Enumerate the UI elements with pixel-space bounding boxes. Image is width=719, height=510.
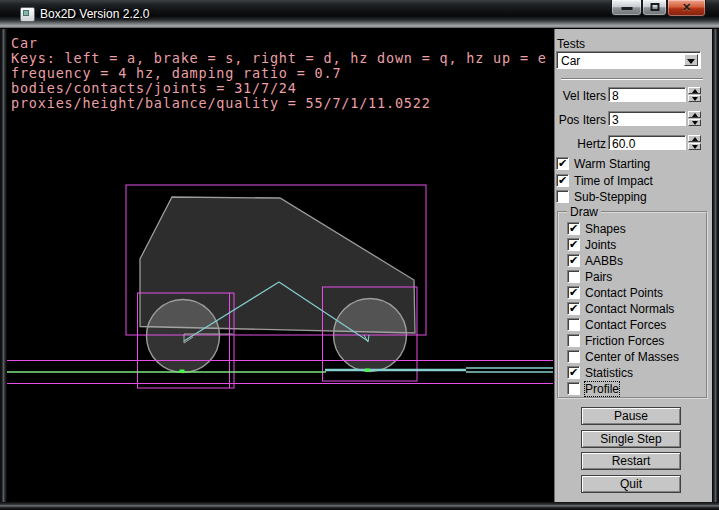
window-border-right bbox=[712, 29, 719, 502]
contact-points-label[interactable]: Contact Points bbox=[585, 286, 663, 300]
contact-forces-checkbox[interactable] bbox=[567, 318, 580, 331]
time-of-impact-checkbox[interactable]: ✔ bbox=[556, 174, 569, 187]
app-icon-glyph bbox=[23, 10, 29, 16]
sub-stepping-label[interactable]: Sub-Stepping bbox=[574, 190, 647, 204]
window-title: Box2D Version 2.2.0 bbox=[40, 7, 149, 21]
arrow-down-icon bbox=[692, 145, 698, 149]
vel-iters-up-button[interactable] bbox=[688, 87, 701, 94]
shapes-checkbox[interactable]: ✔ bbox=[567, 222, 580, 235]
time-of-impact-label[interactable]: Time of Impact bbox=[574, 174, 653, 188]
tests-dropdown-button[interactable] bbox=[684, 54, 698, 66]
minimize-icon bbox=[621, 7, 632, 10]
pairs-checkbox[interactable] bbox=[567, 270, 580, 283]
vel-iters-down-button[interactable] bbox=[688, 95, 701, 102]
hertz-up-button[interactable] bbox=[688, 135, 701, 142]
single-step-button[interactable]: Single Step bbox=[581, 430, 681, 448]
svg-text:bodies/contacts/joints = 31/7/: bodies/contacts/joints = 31/7/24 bbox=[11, 80, 297, 96]
control-panel: Tests Car Vel Iters 8 Pos Iters 3 Hertz … bbox=[554, 29, 712, 502]
vel-iters-spinner bbox=[688, 87, 701, 102]
warm-starting-checkbox[interactable]: ✔ bbox=[556, 157, 569, 170]
warm-starting-label[interactable]: Warm Starting bbox=[574, 157, 650, 171]
contact-forces-label[interactable]: Contact Forces bbox=[585, 318, 666, 332]
contact-normals-label[interactable]: Contact Normals bbox=[585, 302, 674, 316]
arrow-up-icon bbox=[692, 89, 698, 93]
app-window: Box2D Version 2.2.0 ✕ CarKeys: left = a,… bbox=[0, 0, 719, 510]
arrow-up-icon bbox=[692, 137, 698, 141]
separator bbox=[561, 78, 703, 80]
maximize-icon bbox=[650, 3, 659, 11]
chevron-down-icon bbox=[687, 59, 695, 64]
contact-points-checkbox[interactable]: ✔ bbox=[567, 286, 580, 299]
title-bar[interactable]: Box2D Version 2.2.0 ✕ bbox=[0, 0, 719, 29]
pause-button[interactable]: Pause bbox=[581, 407, 681, 425]
app-icon[interactable] bbox=[20, 7, 35, 22]
statistics-label[interactable]: Statistics bbox=[585, 366, 633, 380]
center-of-masses-checkbox[interactable] bbox=[567, 350, 580, 363]
svg-text:Keys: left = a, brake = s, rig: Keys: left = a, brake = s, right = d, hz… bbox=[11, 50, 547, 66]
svg-text:frequency = 4 hz, damping rati: frequency = 4 hz, damping ratio = 0.7 bbox=[11, 65, 341, 81]
joints-label[interactable]: Joints bbox=[585, 238, 616, 252]
pos-iters-down-button[interactable] bbox=[688, 119, 701, 126]
quit-button[interactable]: Quit bbox=[581, 475, 681, 493]
joints-checkbox[interactable]: ✔ bbox=[567, 238, 580, 251]
shapes-label[interactable]: Shapes bbox=[585, 222, 626, 236]
vel-iters-label: Vel Iters bbox=[555, 89, 606, 103]
pos-iters-field[interactable]: 3 bbox=[608, 111, 686, 126]
hertz-down-button[interactable] bbox=[688, 143, 701, 150]
vel-iters-field[interactable]: 8 bbox=[608, 87, 686, 102]
pairs-label[interactable]: Pairs bbox=[585, 270, 612, 284]
pos-iters-label: Pos Iters bbox=[555, 113, 606, 127]
friction-forces-checkbox[interactable] bbox=[567, 334, 580, 347]
minimize-button[interactable] bbox=[611, 0, 642, 16]
tests-dropdown[interactable]: Car bbox=[556, 51, 701, 69]
restart-button[interactable]: Restart bbox=[581, 452, 681, 470]
window-border-bottom bbox=[0, 502, 719, 510]
tests-dropdown-value: Car bbox=[561, 54, 580, 68]
statistics-checkbox[interactable]: ✔ bbox=[567, 366, 580, 379]
arrow-up-icon bbox=[692, 113, 698, 117]
hertz-field[interactable]: 60.0 bbox=[608, 135, 686, 150]
svg-text:Car: Car bbox=[11, 35, 38, 51]
scene-svg: CarKeys: left = a, brake = s, right = d,… bbox=[7, 29, 554, 502]
pos-iters-up-button[interactable] bbox=[688, 111, 701, 118]
aabbs-checkbox[interactable]: ✔ bbox=[567, 254, 580, 267]
hertz-spinner bbox=[688, 135, 701, 150]
draw-group-label: Draw bbox=[567, 205, 601, 219]
pos-iters-spinner bbox=[688, 111, 701, 126]
contact-normals-checkbox[interactable]: ✔ bbox=[567, 302, 580, 315]
window-border-left bbox=[0, 29, 7, 502]
sub-stepping-checkbox[interactable] bbox=[556, 190, 569, 203]
friction-forces-label[interactable]: Friction Forces bbox=[585, 334, 664, 348]
arrow-down-icon bbox=[692, 97, 698, 101]
profile-checkbox[interactable] bbox=[567, 382, 580, 395]
svg-text:proxies/height/balance/quality: proxies/height/balance/quality = 55/7/1/… bbox=[11, 95, 431, 111]
maximize-button[interactable] bbox=[642, 0, 667, 16]
arrow-down-icon bbox=[692, 121, 698, 125]
hertz-label: Hertz bbox=[555, 137, 606, 151]
profile-label[interactable]: Profile bbox=[585, 382, 619, 396]
aabbs-label[interactable]: AABBs bbox=[585, 254, 623, 268]
center-of-masses-label[interactable]: Center of Masses bbox=[585, 350, 679, 364]
close-button[interactable]: ✕ bbox=[667, 0, 706, 17]
simulation-canvas[interactable]: CarKeys: left = a, brake = s, right = d,… bbox=[7, 29, 554, 502]
tests-label: Tests bbox=[557, 37, 585, 51]
close-icon: ✕ bbox=[668, 1, 705, 14]
